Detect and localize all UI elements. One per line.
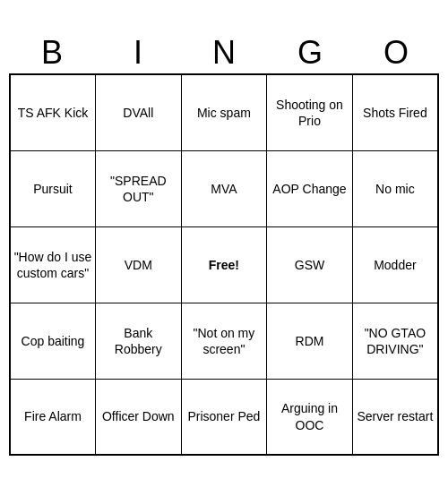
cell-b3[interactable]: "How do I use custom cars": [10, 226, 95, 303]
cell-n4[interactable]: "Not on my screen": [181, 303, 267, 379]
cell-i2[interactable]: "SPREAD OUT": [95, 150, 181, 226]
cell-b2[interactable]: Pursuit: [10, 150, 95, 226]
cell-i5[interactable]: Officer Down: [95, 379, 181, 455]
header-o: O: [353, 31, 439, 74]
table-row: "How do I use custom cars" VDM Free! GSW…: [10, 226, 438, 303]
cell-g4[interactable]: RDM: [267, 303, 353, 379]
header-g: G: [267, 31, 353, 74]
cell-g2[interactable]: AOP Change: [267, 150, 353, 226]
bingo-grid: TS AFK Kick DVAll Mic spam Shooting on P…: [9, 73, 439, 456]
header-b: B: [9, 31, 95, 74]
cell-o2[interactable]: No mic: [352, 150, 438, 226]
cell-i3[interactable]: VDM: [95, 226, 181, 303]
table-row: Pursuit "SPREAD OUT" MVA AOP Change No m…: [10, 150, 438, 226]
cell-b4[interactable]: Cop baiting: [10, 303, 95, 379]
cell-i4[interactable]: Bank Robbery: [95, 303, 181, 379]
header-n: N: [181, 31, 267, 74]
cell-o4[interactable]: "NO GTAO DRIVING": [352, 303, 438, 379]
cell-o5[interactable]: Server restart: [352, 379, 438, 455]
bingo-header: B I N G O: [9, 31, 439, 74]
table-row: Fire Alarm Officer Down Prisoner Ped Arg…: [10, 379, 438, 455]
cell-n2[interactable]: MVA: [181, 150, 267, 226]
cell-g5[interactable]: Arguing in OOC: [267, 379, 353, 455]
cell-i1[interactable]: DVAll: [95, 74, 181, 150]
bingo-card: B I N G O TS AFK Kick DVAll Mic spam Sho…: [9, 31, 439, 457]
header-i: I: [95, 31, 181, 74]
cell-n5[interactable]: Prisoner Ped: [181, 379, 267, 455]
cell-g1[interactable]: Shooting on Prio: [267, 74, 353, 150]
cell-o1[interactable]: Shots Fired: [352, 74, 438, 150]
cell-g3[interactable]: GSW: [267, 226, 353, 303]
cell-b5[interactable]: Fire Alarm: [10, 379, 95, 455]
cell-o3[interactable]: Modder: [352, 226, 438, 303]
table-row: TS AFK Kick DVAll Mic spam Shooting on P…: [10, 74, 438, 150]
cell-b1[interactable]: TS AFK Kick: [10, 74, 95, 150]
table-row: Cop baiting Bank Robbery "Not on my scre…: [10, 303, 438, 379]
cell-n3-free[interactable]: Free!: [181, 226, 267, 303]
cell-n1[interactable]: Mic spam: [181, 74, 267, 150]
